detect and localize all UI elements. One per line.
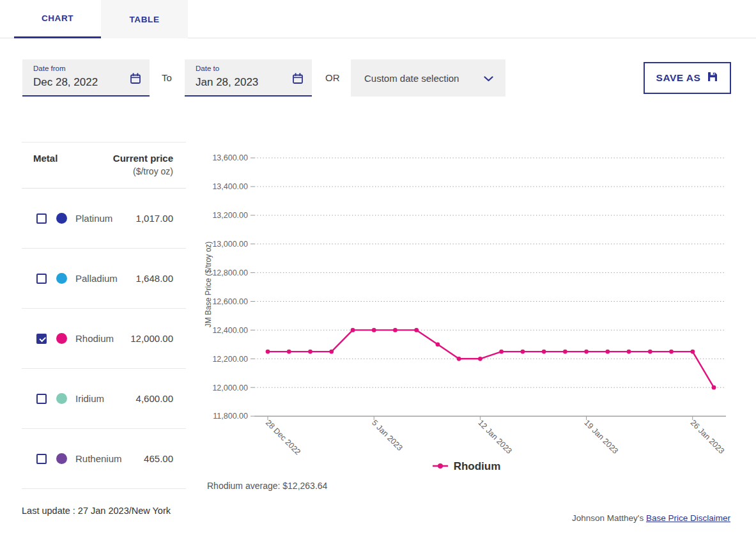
x-tick-label: 28 Dec 2022 (264, 418, 302, 456)
data-point (627, 350, 631, 354)
date-preset-dropdown[interactable]: Custom date selection (351, 59, 505, 97)
date-from-field[interactable]: Date from Dec 28, 2022 (22, 59, 150, 97)
date-preset-value: Custom date selection (364, 73, 459, 84)
x-tick-label: 26 Jan 2023 (689, 418, 727, 456)
data-point (563, 350, 567, 354)
data-point (605, 350, 610, 354)
to-text: To (162, 72, 172, 83)
y-tick-label: 13,600.00 (212, 153, 248, 162)
metal-color-dot (56, 453, 67, 464)
date-to-value: Jan 28, 2023 (196, 76, 258, 89)
metal-list-header: Metal Current price ($/troy oz) (22, 143, 186, 189)
metal-column-header: Metal (33, 153, 58, 176)
data-point (669, 350, 674, 354)
x-tick-label: 5 Jan 2023 (370, 418, 405, 453)
calendar-icon[interactable] (292, 73, 304, 87)
metal-row-rhodium: Rhodium12,000.00 (22, 309, 186, 369)
metal-name: Platinum (75, 213, 136, 224)
data-point (648, 350, 652, 354)
metal-checkbox-palladium[interactable] (36, 274, 47, 284)
legend-label: Rhodium (454, 460, 501, 473)
last-update-text: Last update : 27 Jan 2023/New York (22, 506, 171, 516)
data-point (287, 350, 291, 354)
price-column-header: Current price (113, 153, 173, 164)
y-tick-label: 13,400.00 (212, 182, 248, 191)
metal-row-platinum: Platinum1,017.00 (22, 189, 186, 249)
data-point (457, 357, 461, 361)
metal-price: 1,017.00 (136, 213, 173, 224)
data-point (478, 357, 482, 361)
y-tick-label: 12,400.00 (212, 326, 248, 335)
save-as-button[interactable]: SAVE AS (644, 62, 731, 94)
legend-marker-icon (433, 461, 448, 472)
calendar-icon[interactable] (130, 73, 141, 87)
data-point (393, 328, 397, 332)
tab-bar: CHART TABLE (0, 0, 756, 38)
y-tick-label: 12,000.00 (212, 384, 248, 392)
data-point (414, 328, 419, 332)
data-point (690, 350, 695, 354)
y-axis-title: JM Base Price ($/troy oz) (204, 242, 213, 328)
tab-table[interactable]: TABLE (101, 0, 188, 38)
date-to-label: Date to (196, 65, 219, 72)
disclaimer-prefix: Johnson Matthey's (572, 513, 646, 523)
data-point (712, 385, 716, 390)
data-point (436, 342, 440, 346)
data-point (521, 350, 525, 354)
metal-price: 12,000.00 (130, 333, 173, 344)
metal-price: 1,648.00 (136, 273, 173, 284)
disclaimer-text: Johnson Matthey's Base Price Disclaimer (572, 513, 730, 523)
data-point (266, 350, 270, 354)
x-tick-label: 19 Jan 2023 (582, 418, 620, 456)
x-tick-label: 12 Jan 2023 (476, 418, 514, 456)
data-point (584, 350, 589, 354)
or-text: OR (325, 72, 340, 83)
metal-row-iridium: Iridium4,600.00 (22, 369, 186, 429)
metal-checkbox-rhodium[interactable] (36, 334, 47, 344)
data-point (351, 328, 355, 332)
metal-name: Ruthenium (75, 453, 144, 464)
metal-color-dot (56, 333, 67, 344)
metal-name: Iridium (75, 393, 136, 404)
metal-checkbox-platinum[interactable] (36, 213, 47, 224)
metal-price: 4,600.00 (136, 393, 173, 404)
metal-checkbox-ruthenium[interactable] (36, 454, 47, 464)
metal-color-dot (56, 273, 67, 284)
metal-color-dot (56, 213, 67, 224)
price-column-unit: ($/troy oz) (113, 166, 173, 176)
metal-list-panel: Metal Current price ($/troy oz) Platinum… (22, 142, 186, 489)
metal-checkbox-iridium[interactable] (36, 394, 47, 404)
data-point (499, 350, 504, 354)
data-point (542, 350, 546, 354)
metal-row-ruthenium: Ruthenium465.00 (22, 429, 186, 489)
y-tick-label: 12,200.00 (212, 355, 248, 364)
metal-color-dot (56, 393, 67, 404)
y-tick-label: 12,800.00 (212, 268, 248, 277)
date-to-field[interactable]: Date to Jan 28, 2023 (185, 59, 312, 97)
date-from-label: Date from (33, 65, 66, 72)
metal-row-palladium: Palladium1,648.00 (22, 249, 186, 309)
y-tick-label: 12,600.00 (212, 297, 248, 306)
data-point (372, 328, 376, 332)
chevron-down-icon (484, 73, 493, 84)
average-price-text: Rhodium average: $12,263.64 (207, 481, 327, 491)
save-icon (707, 71, 718, 85)
metal-price: 465.00 (144, 453, 173, 464)
y-tick-label: 13,000.00 (212, 240, 248, 249)
data-point (308, 350, 312, 354)
price-line-chart: JM Base Price ($/troy oz)13,600.0013,400… (192, 152, 741, 460)
save-as-label: SAVE AS (656, 72, 701, 84)
chart-legend-rhodium[interactable]: Rhodium (192, 460, 741, 473)
metal-name: Rhodium (75, 333, 130, 344)
base-price-disclaimer-link[interactable]: Base Price Disclaimer (646, 513, 730, 523)
y-tick-label: 13,200.00 (212, 211, 248, 220)
data-point (329, 350, 334, 354)
tab-chart[interactable]: CHART (14, 0, 101, 38)
metal-name: Palladium (75, 273, 136, 284)
date-from-value: Dec 28, 2022 (33, 76, 98, 89)
y-tick-label: 11,800.00 (213, 412, 248, 421)
